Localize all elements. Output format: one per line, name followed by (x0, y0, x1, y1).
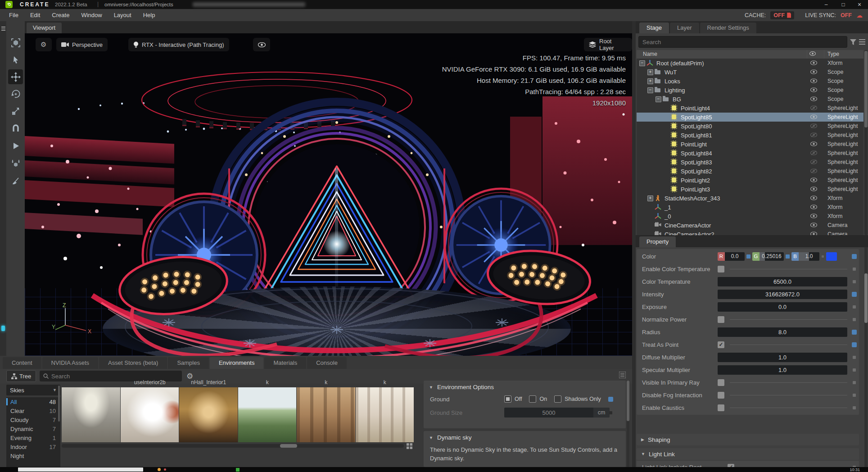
column-visibility-eye-icon[interactable] (809, 51, 816, 57)
section-light-link[interactable]: ▼ Light Link (637, 448, 859, 460)
visibility-eye-icon[interactable] (810, 195, 818, 202)
browser-tab[interactable]: Console (307, 357, 347, 369)
property-field[interactable]: 0.0 (718, 302, 847, 312)
tool-focus-selection-button[interactable] (8, 35, 23, 50)
visibility-eye-icon[interactable] (810, 87, 818, 94)
stage-tree-row[interactable]: PointLight4 SphereLight (637, 104, 863, 113)
category-scrollbar-thumb[interactable] (58, 386, 60, 422)
options-icon[interactable] (859, 39, 865, 45)
column-name[interactable]: Name (643, 51, 657, 57)
tool-rotate-button[interactable] (8, 86, 23, 101)
expand-toggle[interactable] (647, 195, 653, 201)
tool-paint-button[interactable] (8, 173, 23, 188)
stage-panel-tab[interactable]: Stage (639, 23, 669, 33)
visibility-eye-icon[interactable] (810, 60, 818, 67)
panel-menu-icon[interactable] (1, 26, 5, 32)
visibility-eye-icon[interactable] (810, 186, 818, 193)
category-item[interactable]: Clear 10 (6, 406, 60, 415)
left-edge-widget[interactable] (1, 326, 5, 331)
stage-panel-tab[interactable]: Render Settings (700, 23, 756, 33)
ground-size-field[interactable]: 5000 (504, 408, 593, 418)
stage-tree-row[interactable]: _1 Xform (637, 203, 863, 212)
visibility-eye-icon[interactable] (810, 141, 818, 148)
visibility-eye-icon[interactable] (810, 213, 818, 220)
renderer-selector-button[interactable]: RTX - Interactive (Path Tracing) (128, 38, 229, 51)
visibility-eye-icon[interactable] (810, 69, 818, 76)
filter-icon[interactable] (850, 39, 856, 45)
thumbnails-scrollbar[interactable] (62, 444, 404, 448)
expand-toggle[interactable] (656, 96, 661, 102)
category-item[interactable]: Dynamic 7 (6, 424, 60, 433)
category-item[interactable]: Cloudy 7 (6, 415, 60, 424)
tree-view-button[interactable]: Tree (6, 370, 36, 382)
environment-thumbnail[interactable] (297, 387, 355, 442)
visibility-eye-icon[interactable] (810, 123, 818, 130)
property-field[interactable]: 6500.0 (718, 277, 847, 286)
visibility-eye-icon[interactable] (810, 78, 818, 85)
stage-tree-row[interactable]: Lighting Scope (637, 86, 863, 95)
property-field[interactable]: 1.0 (718, 353, 847, 362)
stage-tree-row[interactable]: StaticMeshActor_343 Xform (637, 194, 863, 203)
color-b-field[interactable]: 1.0 (799, 252, 819, 261)
taskbar-app-icon[interactable] (158, 468, 161, 471)
visibility-eye-icon[interactable] (810, 150, 818, 157)
visibility-eye-icon[interactable] (810, 159, 818, 166)
property-field[interactable]: 1.0 (718, 365, 847, 375)
menu-item[interactable]: Edit (30, 12, 40, 18)
panel-divider[interactable] (632, 21, 636, 467)
browser-tab[interactable]: Environments (210, 357, 263, 369)
menu-item[interactable]: Layout (114, 12, 131, 18)
property-field[interactable]: 8.0 (718, 327, 847, 337)
stage-tree-row[interactable]: PointLight3 SphereLight (637, 185, 863, 194)
menu-item[interactable]: Create (52, 12, 69, 18)
menu-item[interactable]: Help (143, 12, 155, 18)
dynamic-sky-header[interactable]: ▼ Dynamic sky (424, 431, 626, 443)
visibility-eye-icon[interactable] (810, 204, 818, 211)
tool-select-button[interactable] (8, 52, 23, 67)
visibility-eye-icon[interactable] (810, 177, 818, 184)
ground-option-off[interactable]: Off (504, 395, 522, 403)
property-scrollbar-thumb[interactable] (864, 273, 868, 323)
stage-tree-row[interactable]: WuT Scope (637, 68, 863, 77)
tool-snap-button[interactable] (8, 121, 23, 136)
category-item[interactable]: Evening 1 (6, 433, 60, 442)
menu-item[interactable]: Window (81, 12, 102, 18)
environment-thumbnail[interactable] (238, 387, 297, 442)
viewport-settings-button[interactable]: ⚙ (36, 38, 52, 51)
tab-viewport[interactable]: Viewport (27, 23, 62, 33)
category-item[interactable]: Indoor 17 (6, 442, 60, 451)
property-checkbox[interactable] (728, 464, 734, 467)
tool-move-button[interactable] (8, 69, 23, 84)
stage-tree-row[interactable]: SpotLight84 SphereLight (637, 149, 863, 158)
stage-search-input[interactable]: Search (638, 36, 847, 48)
taskbar-app-icon[interactable] (164, 468, 166, 471)
environment-thumbnail[interactable] (356, 387, 414, 442)
browser-tab[interactable]: NVIDIA Assets (42, 357, 99, 369)
stage-tree-row[interactable]: Root (defaultPrim) Xform (637, 59, 863, 68)
visibility-eye-icon[interactable] (810, 231, 818, 236)
environment-thumbnail[interactable] (179, 387, 238, 442)
color-swatch[interactable] (826, 252, 837, 261)
environment-options-header[interactable]: ▼ Environment Options (424, 381, 626, 392)
category-item[interactable]: All 48 (6, 397, 60, 406)
taskbar-window-preview[interactable] (18, 467, 143, 472)
environment-thumbnail[interactable] (121, 387, 179, 442)
cache-toggle[interactable]: OFF (770, 11, 794, 19)
browser-tab[interactable]: Asset Stores (beta) (99, 357, 167, 369)
ground-option-shadows-only[interactable]: Shadows Only (554, 395, 601, 403)
color-r-field[interactable]: 0.0 (725, 252, 745, 261)
property-field[interactable]: 316628672.0 (718, 290, 847, 299)
stage-tree-row[interactable]: SpotLight81 SphereLight (637, 131, 863, 140)
property-checkbox[interactable] (718, 341, 724, 348)
expand-toggle[interactable] (647, 87, 653, 93)
viewport-canvas[interactable]: ⚙ Perspective RTX - Interactive (Path Tr… (25, 33, 632, 356)
visibility-eye-icon[interactable] (810, 168, 818, 175)
property-checkbox[interactable] (718, 316, 724, 323)
expand-toggle[interactable] (639, 60, 645, 66)
tab-property[interactable]: Property (639, 236, 676, 247)
visibility-menu-button[interactable] (253, 38, 270, 51)
taskbar-app-icon[interactable] (236, 468, 240, 472)
stage-tree-row[interactable]: CineCameraActor Camera (637, 221, 863, 230)
stage-tree-row[interactable]: SpotLight83 SphereLight (637, 158, 863, 167)
stage-tree-scrollbar-thumb[interactable] (864, 51, 868, 127)
